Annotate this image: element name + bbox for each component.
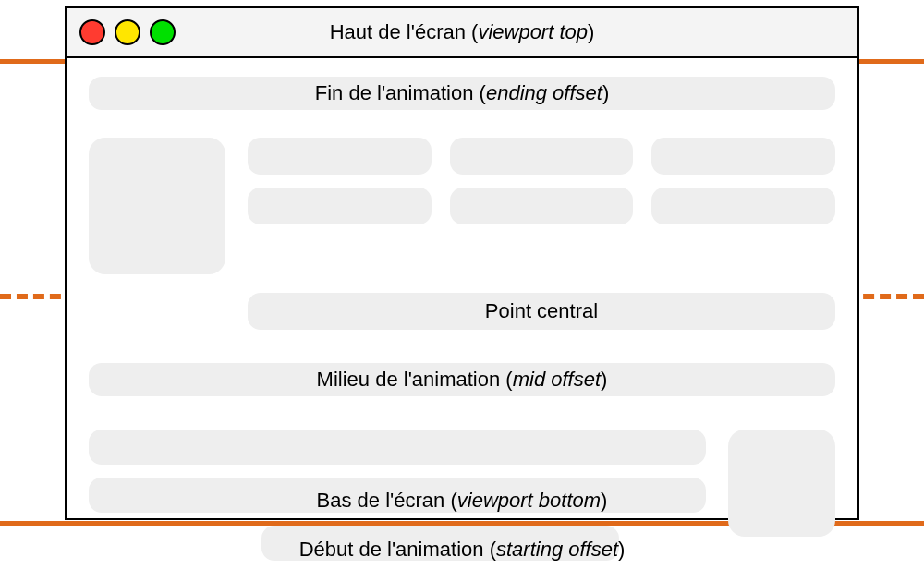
skeleton-group-1 (89, 138, 835, 274)
mid-offset-label: Milieu de l'animation (mid offset) (317, 368, 608, 392)
mid-offset-label-fr: Milieu de l'animation (317, 368, 501, 391)
mid-offset-label-en: mid offset (513, 368, 601, 391)
skeleton-grid (248, 138, 835, 274)
maximize-icon[interactable] (150, 19, 176, 45)
skeleton-square-right (728, 430, 835, 537)
skeleton-bar (89, 430, 706, 465)
skeleton-cell (651, 188, 835, 224)
skeleton-cell (450, 188, 634, 224)
browser-window: Haut de l'écran (viewport top) Fin de l'… (65, 6, 859, 520)
traffic-lights (79, 19, 176, 45)
skeleton-cell (651, 138, 835, 175)
start-offset-label-fr: Début de l'animation (299, 538, 484, 561)
end-offset-label: Fin de l'animation (ending offset) (315, 81, 610, 105)
viewport-bottom-label-fr: Bas de l'écran (317, 489, 445, 512)
skeleton-square-left (89, 138, 225, 274)
skeleton-cell (248, 138, 432, 175)
titlebar-label: Haut de l'écran (viewport top) (67, 20, 857, 44)
skeleton-cell (450, 138, 634, 175)
minimize-icon[interactable] (115, 19, 140, 45)
window-titlebar: Haut de l'écran (viewport top) (67, 8, 857, 58)
start-offset-label: Début de l'animation (starting offset) (0, 538, 924, 562)
viewport-bottom-label: Bas de l'écran (viewport bottom) (67, 489, 857, 513)
diagram-stage: Haut de l'écran (viewport top) Fin de l'… (0, 0, 924, 581)
skeleton-row-mid: Milieu de l'animation (mid offset) (89, 363, 835, 396)
center-point-label: Point central (485, 299, 598, 323)
skeleton-cell (248, 188, 432, 224)
end-offset-label-en: ending offset (486, 81, 602, 104)
start-offset-label-en: starting offset (496, 538, 618, 561)
titlebar-label-fr: Haut de l'écran (330, 20, 466, 43)
skeleton-row-end: Fin de l'animation (ending offset) (89, 77, 835, 110)
titlebar-label-en: viewport top (478, 20, 588, 43)
end-offset-label-fr: Fin de l'animation (315, 81, 474, 104)
close-icon[interactable] (79, 19, 105, 45)
skeleton-row-center: Point central (248, 293, 835, 330)
viewport-bottom-label-en: viewport bottom (457, 489, 601, 512)
